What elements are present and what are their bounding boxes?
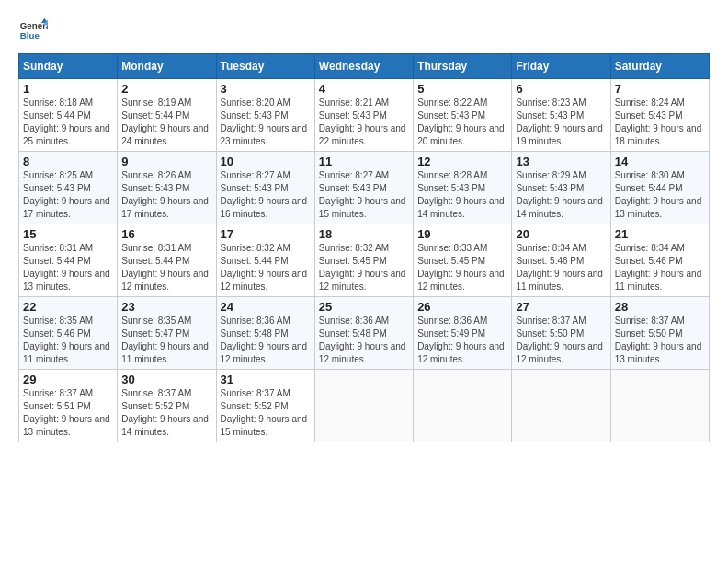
day-detail: Sunrise: 8:31 AMSunset: 5:44 PMDaylight:…: [23, 242, 113, 293]
day-header-tuesday: Tuesday: [216, 54, 314, 79]
calendar-cell: 10Sunrise: 8:27 AMSunset: 5:43 PMDayligh…: [216, 152, 314, 224]
day-number: 12: [417, 155, 507, 168]
day-number: 24: [221, 300, 311, 314]
calendar-cell: 13Sunrise: 8:29 AMSunset: 5:43 PMDayligh…: [512, 152, 610, 224]
day-detail: Sunrise: 8:27 AMSunset: 5:43 PMDaylight:…: [319, 169, 409, 221]
calendar-cell: 23Sunrise: 8:35 AMSunset: 5:47 PMDayligh…: [118, 297, 216, 370]
calendar-cell: [610, 370, 709, 442]
day-number: 5: [417, 82, 507, 96]
calendar-cell: 20Sunrise: 8:34 AMSunset: 5:46 PMDayligh…: [512, 224, 610, 297]
calendar-cell: 3Sunrise: 8:20 AMSunset: 5:43 PMDaylight…: [216, 79, 314, 152]
day-number: 4: [319, 82, 409, 96]
calendar-cell: 17Sunrise: 8:32 AMSunset: 5:44 PMDayligh…: [216, 224, 314, 297]
day-number: 21: [615, 227, 705, 241]
day-number: 23: [121, 300, 211, 314]
day-detail: Sunrise: 8:20 AMSunset: 5:43 PMDaylight:…: [221, 97, 311, 148]
page-container: General Blue SundayMondayTuesdayWednesda…: [0, 0, 728, 452]
day-detail: Sunrise: 8:35 AMSunset: 5:47 PMDaylight:…: [121, 315, 211, 366]
calendar-cell: 18Sunrise: 8:32 AMSunset: 5:45 PMDayligh…: [314, 224, 413, 297]
calendar-cell: 29Sunrise: 8:37 AMSunset: 5:51 PMDayligh…: [19, 370, 118, 442]
day-number: 1: [23, 82, 113, 96]
calendar-cell: 5Sunrise: 8:22 AMSunset: 5:43 PMDaylight…: [414, 79, 512, 152]
calendar-cell: 2Sunrise: 8:19 AMSunset: 5:44 PMDaylight…: [118, 79, 216, 152]
day-detail: Sunrise: 8:28 AMSunset: 5:43 PMDaylight:…: [417, 169, 507, 221]
day-detail: Sunrise: 8:26 AMSunset: 5:43 PMDaylight:…: [121, 169, 211, 221]
calendar-cell: 7Sunrise: 8:24 AMSunset: 5:43 PMDaylight…: [610, 79, 709, 152]
calendar-header-row: SundayMondayTuesdayWednesdayThursdayFrid…: [19, 54, 710, 79]
calendar-cell: [314, 370, 413, 442]
day-detail: Sunrise: 8:36 AMSunset: 5:48 PMDaylight:…: [221, 315, 311, 366]
day-number: 2: [121, 82, 211, 96]
day-header-thursday: Thursday: [414, 54, 512, 79]
calendar-cell: 4Sunrise: 8:21 AMSunset: 5:43 PMDaylight…: [314, 79, 413, 152]
logo-icon: General Blue: [18, 17, 48, 46]
day-detail: Sunrise: 8:23 AMSunset: 5:43 PMDaylight:…: [516, 97, 606, 148]
calendar-cell: 14Sunrise: 8:30 AMSunset: 5:44 PMDayligh…: [610, 152, 709, 224]
day-detail: Sunrise: 8:18 AMSunset: 5:44 PMDaylight:…: [23, 97, 113, 148]
day-number: 15: [23, 227, 113, 241]
day-detail: Sunrise: 8:34 AMSunset: 5:46 PMDaylight:…: [516, 242, 606, 293]
day-detail: Sunrise: 8:27 AMSunset: 5:43 PMDaylight:…: [221, 169, 311, 221]
day-header-sunday: Sunday: [19, 54, 118, 79]
day-detail: Sunrise: 8:29 AMSunset: 5:43 PMDaylight:…: [516, 169, 606, 221]
day-detail: Sunrise: 8:31 AMSunset: 5:44 PMDaylight:…: [121, 242, 211, 293]
day-number: 30: [121, 373, 211, 386]
calendar-cell: 24Sunrise: 8:36 AMSunset: 5:48 PMDayligh…: [216, 297, 314, 370]
day-detail: Sunrise: 8:32 AMSunset: 5:45 PMDaylight:…: [319, 242, 409, 293]
calendar-cell: 19Sunrise: 8:33 AMSunset: 5:45 PMDayligh…: [414, 224, 512, 297]
calendar-cell: 8Sunrise: 8:25 AMSunset: 5:43 PMDaylight…: [19, 152, 118, 224]
calendar-cell: 1Sunrise: 8:18 AMSunset: 5:44 PMDaylight…: [19, 79, 118, 152]
day-number: 3: [221, 82, 311, 96]
calendar-cell: 12Sunrise: 8:28 AMSunset: 5:43 PMDayligh…: [414, 152, 512, 224]
day-number: 16: [121, 227, 211, 241]
calendar-cell: 26Sunrise: 8:36 AMSunset: 5:49 PMDayligh…: [414, 297, 512, 370]
day-number: 18: [319, 227, 409, 241]
day-number: 13: [516, 155, 606, 168]
day-detail: Sunrise: 8:33 AMSunset: 5:45 PMDaylight:…: [417, 242, 507, 293]
day-detail: Sunrise: 8:37 AMSunset: 5:50 PMDaylight:…: [516, 315, 606, 366]
day-number: 22: [23, 300, 113, 314]
calendar-cell: 21Sunrise: 8:34 AMSunset: 5:46 PMDayligh…: [610, 224, 709, 297]
day-number: 28: [615, 300, 705, 314]
day-number: 8: [23, 155, 113, 168]
day-detail: Sunrise: 8:36 AMSunset: 5:48 PMDaylight:…: [319, 315, 409, 366]
svg-text:Blue: Blue: [20, 30, 40, 40]
day-detail: Sunrise: 8:32 AMSunset: 5:44 PMDaylight:…: [221, 242, 311, 293]
calendar-cell: 31Sunrise: 8:37 AMSunset: 5:52 PMDayligh…: [216, 370, 314, 442]
day-number: 14: [615, 155, 705, 168]
calendar-cell: 28Sunrise: 8:37 AMSunset: 5:50 PMDayligh…: [610, 297, 709, 370]
day-number: 20: [516, 227, 606, 241]
day-detail: Sunrise: 8:25 AMSunset: 5:43 PMDaylight:…: [23, 169, 113, 221]
calendar-cell: 15Sunrise: 8:31 AMSunset: 5:44 PMDayligh…: [19, 224, 118, 297]
calendar-cell: 6Sunrise: 8:23 AMSunset: 5:43 PMDaylight…: [512, 79, 610, 152]
day-number: 10: [221, 155, 311, 168]
day-detail: Sunrise: 8:36 AMSunset: 5:49 PMDaylight:…: [417, 315, 507, 366]
calendar-cell: [512, 370, 610, 442]
day-number: 29: [23, 373, 113, 386]
header: General Blue: [18, 17, 710, 46]
day-detail: Sunrise: 8:21 AMSunset: 5:43 PMDaylight:…: [319, 97, 409, 148]
day-number: 9: [121, 155, 211, 168]
day-number: 25: [319, 300, 409, 314]
day-number: 11: [319, 155, 409, 168]
calendar-cell: 16Sunrise: 8:31 AMSunset: 5:44 PMDayligh…: [118, 224, 216, 297]
day-detail: Sunrise: 8:24 AMSunset: 5:43 PMDaylight:…: [615, 97, 705, 148]
day-detail: Sunrise: 8:30 AMSunset: 5:44 PMDaylight:…: [615, 169, 705, 221]
calendar-cell: 30Sunrise: 8:37 AMSunset: 5:52 PMDayligh…: [118, 370, 216, 442]
day-number: 31: [221, 373, 311, 386]
calendar-cell: 22Sunrise: 8:35 AMSunset: 5:46 PMDayligh…: [19, 297, 118, 370]
calendar-cell: 9Sunrise: 8:26 AMSunset: 5:43 PMDaylight…: [118, 152, 216, 224]
calendar-cell: 27Sunrise: 8:37 AMSunset: 5:50 PMDayligh…: [512, 297, 610, 370]
calendar-table: SundayMondayTuesdayWednesdayThursdayFrid…: [18, 53, 710, 442]
day-number: 19: [417, 227, 507, 241]
calendar-cell: 11Sunrise: 8:27 AMSunset: 5:43 PMDayligh…: [314, 152, 413, 224]
day-number: 6: [516, 82, 606, 96]
calendar-cell: [414, 370, 512, 442]
day-header-saturday: Saturday: [610, 54, 709, 79]
day-detail: Sunrise: 8:37 AMSunset: 5:51 PMDaylight:…: [23, 387, 113, 439]
day-detail: Sunrise: 8:37 AMSunset: 5:52 PMDaylight:…: [221, 387, 311, 439]
day-number: 26: [417, 300, 507, 314]
day-detail: Sunrise: 8:35 AMSunset: 5:46 PMDaylight:…: [23, 315, 113, 366]
day-number: 27: [516, 300, 606, 314]
day-detail: Sunrise: 8:37 AMSunset: 5:52 PMDaylight:…: [121, 387, 211, 439]
